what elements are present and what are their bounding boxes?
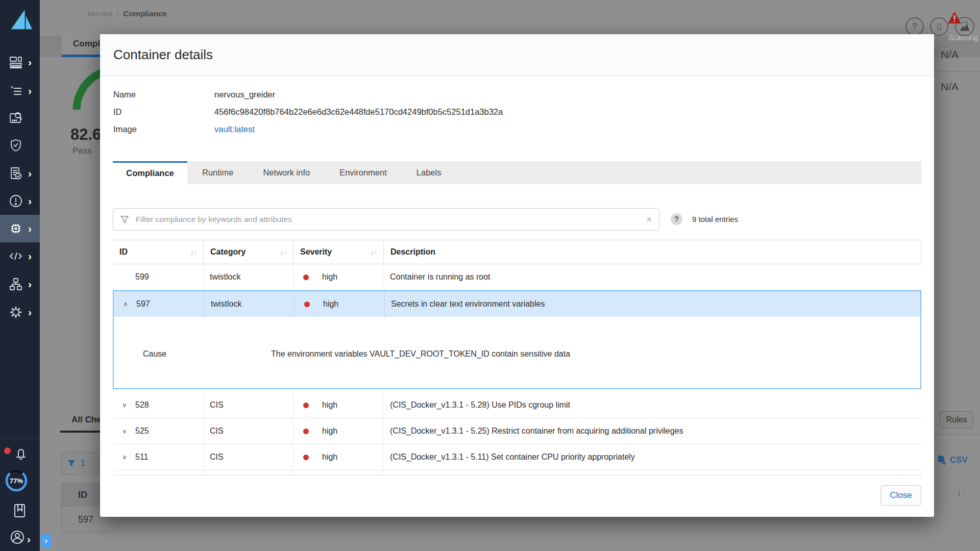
sidebar-item-compliance[interactable]: › xyxy=(0,160,40,187)
compliance-doc-icon xyxy=(9,166,23,181)
cause-label: Cause xyxy=(143,349,166,359)
container-details-modal: Container details Name nervous_greider I… xyxy=(100,34,934,517)
sidebar-item-defend[interactable] xyxy=(0,132,40,159)
compliance-table: ID ↓↑ Category ↓↑ Severity ↓↑ Descriptio… xyxy=(113,240,921,475)
table-row-511[interactable]: ∨511 CIS high (CIS_Docker_v1.3.1 - 5.11)… xyxy=(113,444,921,470)
bell-icon xyxy=(934,21,944,32)
filter-help-icon[interactable]: ? xyxy=(671,213,682,225)
sort-icon[interactable]: ↓↑ xyxy=(371,248,383,256)
chevron-up-icon[interactable]: ∧ xyxy=(121,300,130,308)
sidebar-item-settings[interactable]: › xyxy=(0,298,40,326)
chevron-right-icon: › xyxy=(28,195,32,207)
chevron-down-icon[interactable]: ∨ xyxy=(120,402,129,409)
filter-count: 1 xyxy=(81,458,85,468)
bell-icon[interactable] xyxy=(13,446,29,461)
breadcrumb: Monitor / Compliance xyxy=(87,9,167,18)
severity-label: high xyxy=(322,272,337,282)
chevron-right-icon: › xyxy=(28,222,32,235)
table-row-528[interactable]: ∨528 CIS high (CIS_Docker_v1.3.1 - 5.28)… xyxy=(113,392,921,418)
clear-filter-icon[interactable]: × xyxy=(646,214,652,225)
divider xyxy=(934,71,980,72)
sidebar-item-code[interactable]: › xyxy=(0,242,40,270)
severity-dot xyxy=(303,455,309,460)
tab-labels[interactable]: Labels xyxy=(402,161,456,184)
tab-network-info[interactable]: Network info xyxy=(248,161,325,184)
row-description: Container is running as root xyxy=(384,264,921,290)
row-category: twistlock xyxy=(205,291,295,317)
divider xyxy=(934,434,980,435)
chevron-right-icon: › xyxy=(27,534,31,545)
update-progress-ring[interactable]: 77% xyxy=(4,468,29,493)
sort-icon[interactable]: ↓↑ xyxy=(957,488,966,498)
bg-value-na-2: N/A xyxy=(941,81,959,93)
funnel-icon xyxy=(67,460,76,467)
account-icon[interactable] xyxy=(10,530,25,545)
sort-icon[interactable]: ↓↑ xyxy=(280,248,293,256)
shield-check-icon xyxy=(9,138,23,153)
severity-dot xyxy=(303,429,309,434)
field-value-id: 456f6c98420f8b764b22e6e6d3c62e448fde5170… xyxy=(214,107,503,117)
severity-label: high xyxy=(322,427,337,436)
sidebar-expand-button[interactable]: › xyxy=(41,534,52,548)
expanded-row-group-597: ∧597 twistlock high Secrets in clear tex… xyxy=(113,290,921,389)
image-link[interactable]: vault:latest xyxy=(214,124,255,134)
csv-export-link[interactable]: CSV xyxy=(937,455,968,465)
chevron-down-icon[interactable]: ∨ xyxy=(120,428,129,435)
sidebar-item-dashboard[interactable]: › xyxy=(0,48,40,76)
close-button[interactable]: Close xyxy=(880,485,921,506)
modal-header: Container details xyxy=(100,34,934,76)
row-id: 525 xyxy=(135,427,149,436)
compliance-filter: × xyxy=(113,208,659,231)
col-header-id[interactable]: ID ↓↑ xyxy=(113,240,204,264)
row-id: 528 xyxy=(135,400,149,410)
row-description: (CIS_Docker_v1.3.1 - 5.11) Set container… xyxy=(384,444,921,470)
row-id: 599 xyxy=(135,272,149,282)
table-row-599[interactable]: 599 twistlock high Container is running … xyxy=(113,264,921,290)
severity-dot xyxy=(303,274,309,280)
sidebar-item-image-scan[interactable] xyxy=(0,104,40,132)
row-category: CIS xyxy=(204,392,293,418)
field-value-name: nervous_greider xyxy=(214,90,275,99)
sidebar-divider xyxy=(0,438,40,438)
tab-compliance[interactable]: Compliance xyxy=(113,161,187,184)
row-id: 597 xyxy=(136,299,150,309)
row-detail-panel: Cause The environment variables VAULT_DE… xyxy=(114,317,920,388)
funnel-icon xyxy=(120,216,129,223)
chevron-right-icon: › xyxy=(28,167,32,180)
book-icon[interactable] xyxy=(12,503,28,518)
radar-list-icon xyxy=(9,84,23,98)
sort-icon[interactable]: ↓↑ xyxy=(190,248,203,256)
sidebar-item-alerts[interactable]: › xyxy=(0,187,40,215)
notifications-button[interactable] xyxy=(930,17,948,36)
filter-input[interactable] xyxy=(135,214,646,224)
row-description: Secrets in clear text environment variab… xyxy=(385,291,920,317)
app-logo[interactable] xyxy=(6,6,34,34)
breadcrumb-section[interactable]: Monitor xyxy=(87,9,113,18)
tab-runtime[interactable]: Runtime xyxy=(187,161,248,184)
row-id: 511 xyxy=(135,453,149,462)
chevron-down-icon[interactable]: ∨ xyxy=(120,454,129,461)
network-icon xyxy=(9,277,23,291)
gear-icon xyxy=(9,305,23,319)
modal-tabs: Compliance Runtime Network info Environm… xyxy=(113,161,921,184)
table-row-525[interactable]: ∨525 CIS high (CIS_Docker_v1.3.1 - 5.25)… xyxy=(113,418,921,444)
tab-environment[interactable]: Environment xyxy=(325,161,402,184)
row-category: CIS xyxy=(204,418,293,444)
gauge-label: Pass xyxy=(72,146,92,156)
sidebar-item-radar[interactable]: › xyxy=(0,77,40,105)
modal-title: Container details xyxy=(113,34,213,75)
row-description: (CIS_Docker_v1.3.1 - 5.25) Restrict cont… xyxy=(384,418,921,444)
field-label-name: Name xyxy=(113,90,136,99)
rules-button[interactable]: Rules xyxy=(940,411,973,429)
col-header-severity[interactable]: Severity ↓↑ xyxy=(293,240,384,264)
severity-dot xyxy=(303,403,309,408)
help-icon: ? xyxy=(912,21,917,32)
table-row-597-selected[interactable]: ∧597 twistlock high Secrets in clear tex… xyxy=(114,291,920,317)
col-header-category[interactable]: Category ↓↑ xyxy=(204,240,293,264)
chevron-right-icon: › xyxy=(28,250,32,262)
help-button[interactable]: ? xyxy=(905,17,924,36)
severity-label: high xyxy=(323,299,338,309)
sidebar-item-topology[interactable]: › xyxy=(0,270,40,298)
sidebar: › › › › xyxy=(0,0,40,551)
sidebar-item-containers-selected[interactable]: › xyxy=(0,215,40,242)
